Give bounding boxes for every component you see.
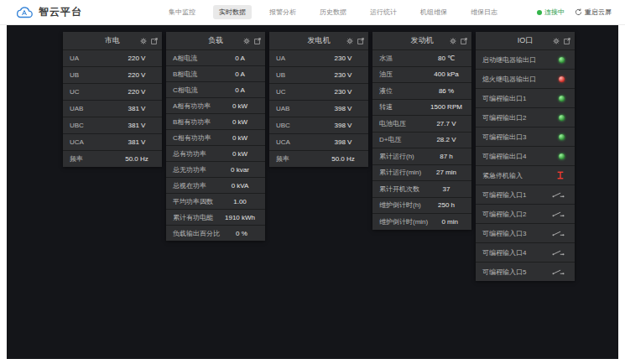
data-row: 电池电压27.7 V xyxy=(372,115,471,132)
row-label: 总无功功率 xyxy=(173,165,206,174)
row-label: C相有功功率 xyxy=(173,133,211,143)
gear-icon[interactable] xyxy=(553,38,560,44)
panel-header-icons xyxy=(450,32,467,49)
data-row: C相有功功率0 kW xyxy=(166,129,265,145)
row-label: 熄火继电器输出口 xyxy=(482,75,536,84)
data-row: 紧急停机输入 xyxy=(476,165,575,185)
data-row: B相有功功率0 kW xyxy=(166,113,265,129)
panel-header: 市电 xyxy=(63,32,162,49)
nav-item-5[interactable]: 运行统计 xyxy=(364,5,403,19)
panels-row: 市电UA220 VUB220 VUC220 VUAB381 VUBC381 VU… xyxy=(63,32,579,281)
row-value: 0 A xyxy=(218,86,262,94)
row-value: 230 V xyxy=(321,88,365,96)
expand-icon[interactable] xyxy=(357,38,364,44)
row-label: 可编程输出口2 xyxy=(482,113,526,122)
data-row: UB230 V xyxy=(269,66,368,83)
row-label: UA xyxy=(276,55,285,62)
data-row: UAB381 V xyxy=(63,100,162,117)
row-value: 250 h xyxy=(424,201,468,209)
row-value: 398 V xyxy=(321,105,365,112)
panel-header-icons xyxy=(346,32,364,49)
row-label: 水温 xyxy=(379,54,393,63)
row-value: 381 V xyxy=(115,138,159,146)
gear-icon[interactable] xyxy=(346,38,353,44)
row-label: C相电流 xyxy=(173,86,198,95)
led-green-icon xyxy=(559,134,565,140)
data-row: UBC398 V xyxy=(269,117,368,133)
row-label: B相有功功率 xyxy=(173,117,211,127)
row-value: 0 kvar xyxy=(218,166,262,174)
nav-item-3[interactable]: 报警分析 xyxy=(263,5,302,19)
gear-icon[interactable] xyxy=(450,38,456,44)
nav-item-7[interactable]: 维保日志 xyxy=(465,5,503,19)
data-row: 可编程输入口4 xyxy=(476,242,575,262)
data-row: 熄火继电器输出口 xyxy=(476,69,575,88)
panel-header: 负载 xyxy=(166,32,265,49)
data-row: 可编程输入口1 xyxy=(476,185,575,204)
row-value: 0 kW xyxy=(218,150,262,158)
cloud-logo-icon xyxy=(15,6,34,18)
data-row: 总视在功率0 kVA xyxy=(166,177,265,193)
app-header: 智云平台 集中监控实时数据报警分析历史数据运行统计机组维保维保日志 连接中 重启… xyxy=(0,0,625,25)
data-row: 可编程输入口5 xyxy=(476,262,575,281)
row-label: 累计有功电能 xyxy=(173,213,213,222)
data-row: UA220 V xyxy=(63,49,162,66)
row-label: 频率 xyxy=(70,154,83,164)
row-value: 400 kPa xyxy=(424,70,468,78)
data-row: UBC381 V xyxy=(63,117,162,133)
data-row: 平均功率因数1.00 xyxy=(166,193,265,209)
status-area: 连接中 重启云屏 xyxy=(537,8,612,17)
emergency-stop-switch-icon xyxy=(556,171,565,179)
data-row: 频率50.0 Hz xyxy=(269,150,368,167)
main-nav: 集中监控实时数据报警分析历史数据运行统计机组维保维保日志 xyxy=(163,5,503,19)
row-value: 220 V xyxy=(115,88,159,96)
connection-status: 连接中 xyxy=(537,8,565,17)
row-value: 27 min xyxy=(424,169,468,176)
data-row: B相电流0 A xyxy=(166,65,265,81)
row-value: 0 A xyxy=(218,70,262,78)
row-label: 累计运行(min) xyxy=(379,168,421,177)
data-row: 维护倒计时(h)250 h xyxy=(372,197,471,214)
row-label: D+电压 xyxy=(379,135,401,144)
row-label: UAB xyxy=(70,105,83,112)
data-row: 油压400 kPa xyxy=(372,66,471,83)
row-value: 220 V xyxy=(115,55,159,62)
row-label: UAB xyxy=(276,105,289,112)
row-label: 紧急停机输入 xyxy=(482,171,523,180)
row-value: 0 kW xyxy=(218,134,262,142)
data-row: A相电流0 A xyxy=(166,49,265,65)
row-label: 频率 xyxy=(276,154,289,164)
panel-header-icons xyxy=(553,32,570,49)
row-label: 可编程输入口5 xyxy=(482,268,526,277)
data-row: 启动继电器输出口 xyxy=(476,49,575,69)
row-value: 50.0 Hz xyxy=(115,155,159,163)
row-label: A相有功功率 xyxy=(173,101,211,111)
expand-icon[interactable] xyxy=(254,38,261,44)
row-value: 87 h xyxy=(424,153,468,160)
row-label: UB xyxy=(70,71,79,79)
row-value: 230 V xyxy=(321,71,365,79)
led-green-icon xyxy=(559,153,565,159)
logo[interactable]: 智云平台 xyxy=(15,5,82,19)
nav-item-4[interactable]: 历史数据 xyxy=(314,5,352,19)
row-label: 可编程输入口2 xyxy=(482,210,526,219)
gear-icon[interactable] xyxy=(140,38,147,44)
row-label: UC xyxy=(276,88,286,96)
restart-screen-button[interactable]: 重启云屏 xyxy=(575,8,612,17)
row-label: 可编程输出口3 xyxy=(482,133,526,142)
expand-icon[interactable] xyxy=(564,38,570,44)
row-label: B相电流 xyxy=(173,70,197,79)
row-label: 总有功功率 xyxy=(173,149,206,159)
panel-engine: 发动机水温80 ℃油压400 kPa液位86 %转速1500 RPM电池电压27… xyxy=(372,32,471,230)
nav-item-1[interactable]: 集中监控 xyxy=(163,5,201,19)
led-green-icon xyxy=(559,96,565,101)
expand-icon[interactable] xyxy=(151,38,158,44)
gear-icon[interactable] xyxy=(243,38,250,44)
nav-item-2[interactable]: 实时数据 xyxy=(213,5,252,19)
row-value: 27.7 V xyxy=(424,120,468,127)
data-row: 累计运行(min)27 min xyxy=(372,164,471,181)
data-row: 液位86 % xyxy=(372,82,471,99)
expand-icon[interactable] xyxy=(461,38,467,44)
nav-item-6[interactable]: 机组维保 xyxy=(414,5,453,19)
row-label: UBC xyxy=(276,122,290,129)
